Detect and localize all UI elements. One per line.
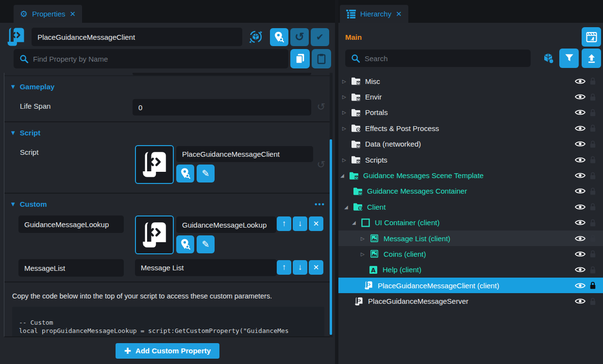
- lock-icon[interactable]: [589, 298, 596, 305]
- property-search-box[interactable]: [14, 49, 288, 68]
- hierarchy-row[interactable]: ◢Client: [338, 199, 603, 215]
- lock-icon[interactable]: [589, 250, 596, 258]
- eye-visibility-icon[interactable]: [575, 125, 586, 132]
- expand-arrow-icon[interactable]: ▷: [342, 157, 351, 163]
- lock-icon[interactable]: [589, 140, 596, 148]
- hierarchy-row[interactable]: ▷Coins (client): [338, 246, 603, 262]
- hierarchy-search-input[interactable]: [365, 54, 525, 63]
- expand-arrow-icon[interactable]: ▷: [361, 251, 369, 257]
- custom-asset-thumbnail[interactable]: [135, 215, 174, 254]
- delete-property-button[interactable]: ✕: [309, 260, 323, 275]
- tab-hierarchy[interactable]: Hierarchy ✕: [340, 5, 408, 23]
- find-asset-button[interactable]: [176, 165, 194, 182]
- eye-visibility-icon[interactable]: [575, 266, 586, 273]
- eye-visibility-icon[interactable]: [575, 78, 586, 85]
- hierarchy-row[interactable]: ▷Scripts: [338, 152, 603, 167]
- custom-menu-button[interactable]: •••: [315, 200, 325, 208]
- publish-button[interactable]: [582, 49, 601, 68]
- hierarchy-row[interactable]: ▷Effects & Post Process: [338, 120, 603, 136]
- eye-visibility-icon[interactable]: [575, 203, 586, 211]
- object-name-input[interactable]: [32, 28, 242, 46]
- custom-prop-name-field[interactable]: [18, 259, 124, 277]
- vertical-scrollbar[interactable]: [330, 73, 333, 337]
- lock-icon[interactable]: [589, 93, 596, 101]
- revert-icon[interactable]: ↺: [317, 102, 325, 112]
- script-thumbnail[interactable]: [135, 145, 174, 184]
- section-custom-header[interactable]: ▼ Custom •••: [4, 194, 332, 213]
- expand-arrow-icon[interactable]: ▷: [342, 126, 351, 131]
- custom-prop-value-field[interactable]: [135, 259, 277, 276]
- move-up-button[interactable]: ↑: [277, 260, 291, 275]
- paste-properties-button[interactable]: [312, 49, 331, 68]
- section-gameplay-header[interactable]: ▼ Gameplay: [4, 76, 332, 95]
- eye-visibility-icon[interactable]: [575, 140, 586, 148]
- lock-icon[interactable]: [589, 77, 596, 85]
- collapse-arrow-icon[interactable]: ◢: [344, 204, 353, 210]
- eye-visibility-icon[interactable]: [575, 219, 586, 226]
- life-span-input[interactable]: [133, 99, 311, 116]
- eye-visibility-icon[interactable]: [575, 187, 586, 195]
- move-down-button[interactable]: ↓: [293, 216, 307, 231]
- delete-property-button[interactable]: ✕: [309, 216, 323, 231]
- lock-icon[interactable]: [589, 234, 596, 242]
- expand-arrow-icon[interactable]: ▷: [361, 236, 369, 241]
- hierarchy-row[interactable]: PlaceGuidanceMessageClient (client): [338, 278, 603, 293]
- eye-visibility-icon[interactable]: [575, 235, 586, 242]
- move-down-button[interactable]: ↓: [293, 260, 307, 275]
- lock-icon[interactable]: [589, 203, 596, 211]
- hierarchy-row[interactable]: Guidance Messages Container: [338, 183, 603, 199]
- scene-preview-button[interactable]: [582, 27, 601, 47]
- expand-arrow-icon[interactable]: ▷: [342, 110, 351, 115]
- property-search-input[interactable]: [33, 55, 283, 63]
- expand-arrow-icon[interactable]: ▷: [342, 94, 351, 99]
- zone-cube-icon[interactable]: [543, 51, 554, 65]
- find-asset-button[interactable]: [176, 235, 194, 253]
- hierarchy-row[interactable]: ▷Envir: [338, 89, 603, 104]
- lock-icon[interactable]: [589, 124, 596, 132]
- hierarchy-row[interactable]: Data (networked): [338, 136, 603, 152]
- eye-visibility-icon[interactable]: [575, 109, 586, 116]
- filter-button[interactable]: [559, 49, 579, 68]
- edit-script-button[interactable]: ✎: [197, 235, 215, 253]
- lock-icon[interactable]: [589, 219, 596, 227]
- eye-visibility-icon[interactable]: [575, 298, 586, 305]
- eye-visibility-icon[interactable]: [575, 172, 586, 179]
- eye-visibility-icon[interactable]: [575, 282, 586, 289]
- lock-icon[interactable]: [589, 281, 596, 289]
- custom-prop-value-field[interactable]: [176, 216, 276, 233]
- hierarchy-row[interactable]: ▷Portals: [338, 105, 603, 120]
- close-icon[interactable]: ✕: [70, 10, 76, 18]
- lock-icon[interactable]: [589, 156, 596, 164]
- add-custom-property-button[interactable]: ✚ Add Custom Property: [116, 343, 219, 359]
- custom-prop-name-field[interactable]: [18, 215, 124, 233]
- confirm-name-button[interactable]: ✔: [311, 28, 329, 46]
- eye-visibility-icon[interactable]: [575, 156, 586, 164]
- lock-icon[interactable]: [589, 172, 596, 180]
- section-script-header[interactable]: ▼ Script: [4, 122, 332, 141]
- collapse-arrow-icon[interactable]: ◢: [340, 173, 349, 178]
- script-value-field[interactable]: [176, 146, 313, 162]
- hierarchy-row[interactable]: ▷Message List (client): [338, 231, 603, 246]
- hierarchy-row[interactable]: AHelp (client): [338, 262, 603, 278]
- lock-icon[interactable]: [589, 266, 596, 274]
- expand-arrow-icon[interactable]: ▷: [342, 79, 351, 84]
- hierarchy-row[interactable]: PlaceGuidanceMessageServer: [338, 293, 603, 309]
- hierarchy-search-box[interactable]: [345, 50, 531, 67]
- revert-icon[interactable]: ↺: [317, 160, 325, 170]
- revert-name-button[interactable]: ↺: [290, 28, 309, 46]
- hierarchy-row[interactable]: ◢Guidance Messages Scene Template: [338, 167, 603, 183]
- eye-visibility-icon[interactable]: [575, 93, 586, 100]
- eye-visibility-icon[interactable]: [575, 250, 586, 258]
- hierarchy-row[interactable]: ▷Misc: [338, 73, 603, 89]
- copy-properties-button[interactable]: [290, 49, 310, 68]
- close-icon[interactable]: ✕: [396, 10, 402, 18]
- edit-script-button[interactable]: ✎: [197, 165, 215, 182]
- lock-icon[interactable]: [589, 187, 596, 195]
- tab-properties[interactable]: ⚙ Properties ✕: [14, 5, 82, 23]
- collapse-arrow-icon[interactable]: ◢: [352, 220, 361, 225]
- find-in-scene-button[interactable]: [270, 28, 288, 46]
- vertical-scrollbar-thumb[interactable]: [330, 139, 332, 335]
- lock-icon[interactable]: [589, 109, 596, 116]
- hierarchy-row[interactable]: ◢UI Container (client): [338, 215, 603, 231]
- move-up-button[interactable]: ↑: [277, 216, 291, 231]
